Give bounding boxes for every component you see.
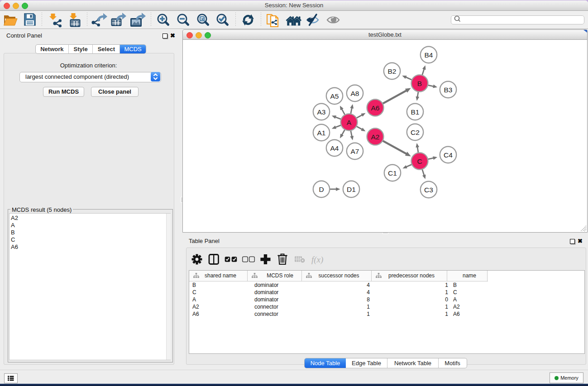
svg-text:A4: A4 xyxy=(330,144,339,152)
svg-text:A: A xyxy=(347,119,352,126)
svg-text:C: C xyxy=(417,157,422,165)
svg-text:A1: A1 xyxy=(317,129,326,137)
svg-text:B: B xyxy=(417,80,422,87)
svg-text:B3: B3 xyxy=(444,86,453,94)
svg-text:D1: D1 xyxy=(347,186,356,193)
svg-text:A2: A2 xyxy=(371,133,380,141)
svg-text:D: D xyxy=(319,186,324,193)
svg-text:f(x): f(x) xyxy=(311,255,323,265)
svg-text:C2: C2 xyxy=(411,129,420,136)
svg-text:B1: B1 xyxy=(411,108,420,116)
svg-text:B2: B2 xyxy=(388,67,397,75)
svg-text:A8: A8 xyxy=(351,90,359,97)
svg-text:C3: C3 xyxy=(424,186,433,194)
svg-text:C1: C1 xyxy=(388,169,397,177)
svg-text:A6: A6 xyxy=(371,104,380,112)
svg-text:A3: A3 xyxy=(317,108,326,116)
svg-text:B4: B4 xyxy=(425,51,433,59)
svg-text:C4: C4 xyxy=(444,151,453,159)
svg-text:A7: A7 xyxy=(351,148,359,155)
svg-text:A5: A5 xyxy=(330,92,339,100)
